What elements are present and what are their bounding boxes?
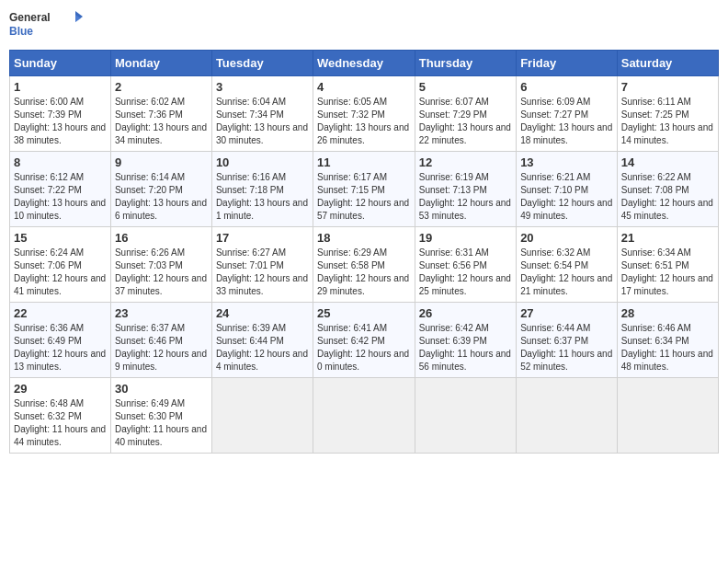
calendar-week-row: 29 Sunrise: 6:48 AMSunset: 6:32 PMDaylig… (10, 378, 719, 454)
day-number: 12 (419, 155, 512, 169)
day-number: 6 (520, 80, 613, 94)
calendar-day-cell: 22 Sunrise: 6:36 AMSunset: 6:49 PMDaylig… (10, 303, 111, 378)
calendar-day-cell: 4 Sunrise: 6:05 AMSunset: 7:32 PMDayligh… (313, 76, 415, 152)
day-detail: Sunrise: 6:42 AMSunset: 6:39 PMDaylight:… (419, 322, 512, 373)
day-number: 19 (419, 231, 512, 245)
day-number: 3 (216, 80, 309, 94)
calendar-header-sunday: Sunday (10, 51, 111, 76)
calendar-week-row: 15 Sunrise: 6:24 AMSunset: 7:06 PMDaylig… (10, 227, 719, 303)
calendar-day-cell: 26 Sunrise: 6:42 AMSunset: 6:39 PMDaylig… (415, 303, 516, 378)
day-number: 20 (520, 231, 613, 245)
calendar-day-cell: 3 Sunrise: 6:04 AMSunset: 7:34 PMDayligh… (211, 76, 313, 152)
day-detail: Sunrise: 6:39 AMSunset: 6:44 PMDaylight:… (216, 322, 309, 373)
day-detail: Sunrise: 6:32 AMSunset: 6:54 PMDaylight:… (520, 247, 613, 298)
day-number: 24 (216, 306, 309, 320)
logo-svg: General Blue (9, 9, 83, 42)
day-detail: Sunrise: 6:26 AMSunset: 7:03 PMDaylight:… (115, 247, 208, 298)
day-detail: Sunrise: 6:34 AMSunset: 6:51 PMDaylight:… (621, 247, 714, 298)
day-number: 11 (317, 155, 411, 169)
day-number: 23 (115, 306, 208, 320)
calendar-day-cell: 12 Sunrise: 6:19 AMSunset: 7:13 PMDaylig… (415, 152, 516, 227)
calendar-header-row: SundayMondayTuesdayWednesdayThursdayFrid… (10, 51, 719, 76)
day-number: 29 (14, 382, 107, 396)
calendar-day-cell: 27 Sunrise: 6:44 AMSunset: 6:37 PMDaylig… (517, 303, 618, 378)
calendar-week-row: 8 Sunrise: 6:12 AMSunset: 7:22 PMDayligh… (10, 152, 719, 227)
day-number: 2 (115, 80, 208, 94)
day-number: 15 (14, 231, 107, 245)
day-number: 26 (419, 306, 512, 320)
calendar-day-cell: 19 Sunrise: 6:31 AMSunset: 6:56 PMDaylig… (415, 227, 516, 303)
calendar-day-cell (517, 378, 618, 454)
day-number: 27 (520, 306, 613, 320)
calendar-week-row: 1 Sunrise: 6:00 AMSunset: 7:39 PMDayligh… (10, 76, 719, 152)
day-number: 13 (520, 155, 613, 169)
day-number: 16 (115, 231, 208, 245)
calendar-day-cell: 25 Sunrise: 6:41 AMSunset: 6:42 PMDaylig… (313, 303, 415, 378)
day-detail: Sunrise: 6:37 AMSunset: 6:46 PMDaylight:… (115, 322, 208, 373)
calendar-day-cell (617, 378, 718, 454)
day-number: 22 (14, 306, 107, 320)
day-detail: Sunrise: 6:19 AMSunset: 7:13 PMDaylight:… (419, 171, 512, 223)
day-detail: Sunrise: 6:44 AMSunset: 6:37 PMDaylight:… (520, 322, 613, 373)
calendar-day-cell: 20 Sunrise: 6:32 AMSunset: 6:54 PMDaylig… (517, 227, 618, 303)
calendar-day-cell: 29 Sunrise: 6:48 AMSunset: 6:32 PMDaylig… (10, 378, 111, 454)
day-detail: Sunrise: 6:05 AMSunset: 7:32 PMDaylight:… (317, 96, 411, 147)
calendar-day-cell: 5 Sunrise: 6:07 AMSunset: 7:29 PMDayligh… (415, 76, 516, 152)
calendar-header-friday: Friday (517, 51, 618, 76)
day-number: 21 (621, 231, 714, 245)
calendar-day-cell (313, 378, 415, 454)
day-number: 4 (317, 80, 411, 94)
calendar-header-wednesday: Wednesday (313, 51, 415, 76)
day-detail: Sunrise: 6:11 AMSunset: 7:25 PMDaylight:… (621, 96, 714, 147)
day-detail: Sunrise: 6:09 AMSunset: 7:27 PMDaylight:… (520, 96, 613, 147)
svg-text:General: General (9, 11, 51, 24)
day-detail: Sunrise: 6:29 AMSunset: 6:58 PMDaylight:… (317, 247, 411, 298)
svg-text:Blue: Blue (9, 25, 33, 38)
day-number: 10 (216, 155, 309, 169)
calendar-day-cell: 10 Sunrise: 6:16 AMSunset: 7:18 PMDaylig… (211, 152, 313, 227)
day-number: 14 (621, 155, 714, 169)
day-detail: Sunrise: 6:48 AMSunset: 6:32 PMDaylight:… (14, 397, 107, 449)
logo: General Blue (9, 9, 83, 42)
calendar-day-cell: 15 Sunrise: 6:24 AMSunset: 7:06 PMDaylig… (10, 227, 111, 303)
day-detail: Sunrise: 6:00 AMSunset: 7:39 PMDaylight:… (14, 96, 107, 147)
day-number: 8 (14, 155, 107, 169)
calendar-table: SundayMondayTuesdayWednesdayThursdayFrid… (9, 50, 719, 454)
day-number: 7 (621, 80, 714, 94)
day-number: 17 (216, 231, 309, 245)
day-number: 1 (14, 80, 107, 94)
calendar-day-cell: 21 Sunrise: 6:34 AMSunset: 6:51 PMDaylig… (617, 227, 718, 303)
day-detail: Sunrise: 6:31 AMSunset: 6:56 PMDaylight:… (419, 247, 512, 298)
day-detail: Sunrise: 6:12 AMSunset: 7:22 PMDaylight:… (14, 171, 107, 223)
calendar-day-cell: 14 Sunrise: 6:22 AMSunset: 7:08 PMDaylig… (617, 152, 718, 227)
day-number: 5 (419, 80, 512, 94)
calendar-week-row: 22 Sunrise: 6:36 AMSunset: 6:49 PMDaylig… (10, 303, 719, 378)
calendar-day-cell: 11 Sunrise: 6:17 AMSunset: 7:15 PMDaylig… (313, 152, 415, 227)
day-detail: Sunrise: 6:36 AMSunset: 6:49 PMDaylight:… (14, 322, 107, 373)
page-header: General Blue (9, 9, 719, 42)
calendar-day-cell: 18 Sunrise: 6:29 AMSunset: 6:58 PMDaylig… (313, 227, 415, 303)
day-detail: Sunrise: 6:04 AMSunset: 7:34 PMDaylight:… (216, 96, 309, 147)
calendar-day-cell: 2 Sunrise: 6:02 AMSunset: 7:36 PMDayligh… (110, 76, 211, 152)
calendar-day-cell: 1 Sunrise: 6:00 AMSunset: 7:39 PMDayligh… (10, 76, 111, 152)
calendar-day-cell: 23 Sunrise: 6:37 AMSunset: 6:46 PMDaylig… (110, 303, 211, 378)
day-detail: Sunrise: 6:22 AMSunset: 7:08 PMDaylight:… (621, 171, 714, 223)
calendar-day-cell: 6 Sunrise: 6:09 AMSunset: 7:27 PMDayligh… (517, 76, 618, 152)
calendar-header-thursday: Thursday (415, 51, 516, 76)
day-number: 18 (317, 231, 411, 245)
calendar-day-cell: 7 Sunrise: 6:11 AMSunset: 7:25 PMDayligh… (617, 76, 718, 152)
day-number: 25 (317, 306, 411, 320)
calendar-header-saturday: Saturday (617, 51, 718, 76)
calendar-day-cell: 17 Sunrise: 6:27 AMSunset: 7:01 PMDaylig… (211, 227, 313, 303)
day-number: 28 (621, 306, 714, 320)
day-detail: Sunrise: 6:17 AMSunset: 7:15 PMDaylight:… (317, 171, 411, 223)
day-detail: Sunrise: 6:14 AMSunset: 7:20 PMDaylight:… (115, 171, 208, 223)
day-detail: Sunrise: 6:27 AMSunset: 7:01 PMDaylight:… (216, 247, 309, 298)
day-number: 30 (115, 382, 208, 396)
calendar-day-cell: 16 Sunrise: 6:26 AMSunset: 7:03 PMDaylig… (110, 227, 211, 303)
calendar-header-tuesday: Tuesday (211, 51, 313, 76)
day-detail: Sunrise: 6:21 AMSunset: 7:10 PMDaylight:… (520, 171, 613, 223)
calendar-day-cell: 8 Sunrise: 6:12 AMSunset: 7:22 PMDayligh… (10, 152, 111, 227)
day-detail: Sunrise: 6:07 AMSunset: 7:29 PMDaylight:… (419, 96, 512, 147)
day-detail: Sunrise: 6:41 AMSunset: 6:42 PMDaylight:… (317, 322, 411, 373)
